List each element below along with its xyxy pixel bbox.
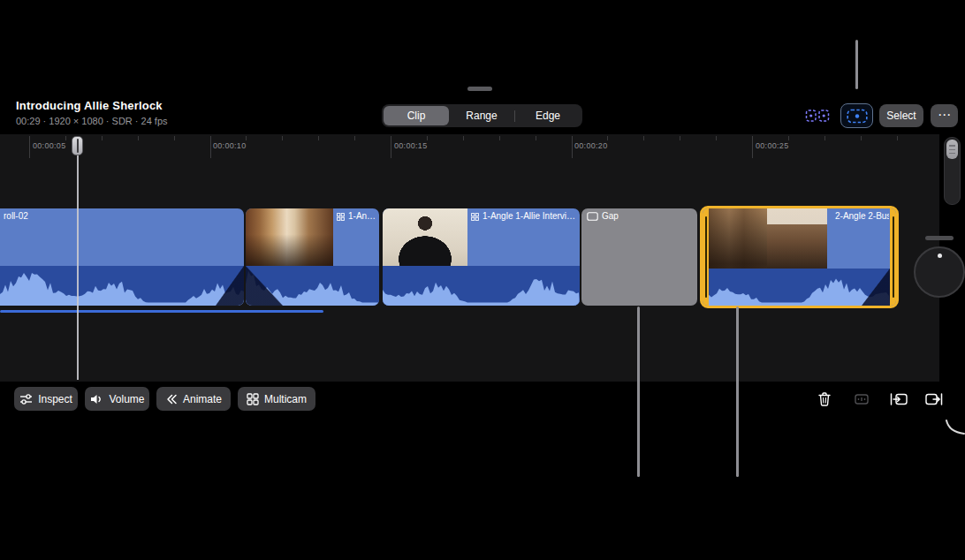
clip-content: 2-Angle 2-Busking… xyxy=(709,208,890,306)
animate-button[interactable]: Animate xyxy=(156,387,231,411)
segment-range[interactable]: Range xyxy=(449,106,514,125)
blade-icon xyxy=(853,390,870,408)
fade-in-wedge xyxy=(246,266,283,306)
inspect-button[interactable]: Inspect xyxy=(14,387,78,411)
delete-button[interactable] xyxy=(814,389,835,410)
extract-button[interactable] xyxy=(923,389,945,410)
insert-icon xyxy=(889,390,908,408)
scroll-indicator xyxy=(0,310,323,313)
fade-out-wedge xyxy=(862,269,890,306)
trash-icon xyxy=(816,390,833,408)
jog-wheel[interactable] xyxy=(914,246,965,298)
clip-label: 1-Angle 1-Allie Intervi… xyxy=(471,211,578,222)
callout-line-gap-clip xyxy=(637,306,640,477)
gap-clip[interactable]: Gap xyxy=(581,208,697,306)
clip-multicam-busking[interactable]: 2-Angle 2-Busking… xyxy=(700,206,899,308)
ruler-label: 00:00:15 xyxy=(394,141,427,150)
ruler-label: 00:00:20 xyxy=(574,141,607,150)
timeline-ruler[interactable]: 00:00:05 00:00:10 00:00:15 00:00:20 00:0… xyxy=(0,134,939,161)
waveform-area xyxy=(383,266,580,306)
more-button[interactable]: ⋯ xyxy=(931,104,958,127)
select-button[interactable]: Select xyxy=(879,104,923,127)
callout-line-jog-toggle xyxy=(855,40,858,89)
clip-label: 2-Angle 2-Busking… xyxy=(832,211,889,222)
button-label: Multicam xyxy=(264,393,307,405)
playhead[interactable] xyxy=(77,138,79,380)
waveform xyxy=(383,266,580,306)
button-label: Animate xyxy=(183,393,222,405)
zoom-slider[interactable] xyxy=(944,137,961,205)
ruler-label: 00:00:10 xyxy=(213,141,246,150)
gap-icon xyxy=(587,212,598,221)
volume-button[interactable]: Volume xyxy=(85,387,149,411)
clip-multicam-interview[interactable]: 1-Angle 1-Allie Intervi… xyxy=(383,208,580,306)
clip-broll[interactable]: roll-02 xyxy=(0,208,244,306)
zoom-slider-thumb[interactable] xyxy=(946,140,958,159)
video-thumbnail xyxy=(246,208,333,266)
button-label: Inspect xyxy=(38,393,72,405)
app: Introducing Allie Sherlock 00:29 · 1920 … xyxy=(0,0,965,560)
jog-wheel-toggle-icon xyxy=(847,109,868,124)
ruler-label: 00:00:25 xyxy=(756,141,788,150)
jog-wheel-dot xyxy=(938,254,942,258)
button-label: Volume xyxy=(109,393,144,405)
multicam-grid-icon xyxy=(337,213,345,221)
waveform-area xyxy=(709,269,890,306)
project-title: Introducing Allie Sherlock xyxy=(16,99,163,112)
jog-wheel-toggle-button[interactable] xyxy=(840,103,873,128)
panel-drag-handle[interactable] xyxy=(467,87,492,91)
video-thumbnail xyxy=(767,208,827,269)
volume-icon xyxy=(89,393,103,405)
clip-multicam-1[interactable]: 1-An… xyxy=(246,208,379,306)
callout-line-selected-clip xyxy=(736,306,739,477)
waveform-area xyxy=(246,266,379,306)
trim-handle-right[interactable] xyxy=(890,208,896,306)
mode-segmented-control: Clip Range Edge xyxy=(382,104,582,127)
clip-label: roll-02 xyxy=(4,211,240,222)
snapping-icon xyxy=(805,107,830,125)
waveform xyxy=(0,266,244,306)
video-thumbnail xyxy=(709,208,767,269)
snapping-button[interactable] xyxy=(804,106,831,125)
animate-icon xyxy=(165,394,178,405)
fade-out-wedge xyxy=(216,266,244,306)
video-thumbnail xyxy=(383,208,467,266)
ruler-label: 00:00:05 xyxy=(33,141,65,150)
jog-wheel-handle[interactable] xyxy=(925,236,954,240)
multicam-grid-icon xyxy=(471,213,479,221)
timeline[interactable]: 00:00:05 00:00:10 00:00:15 00:00:20 00:0… xyxy=(0,134,939,382)
multicam-button[interactable]: Multicam xyxy=(238,387,315,411)
extract-icon xyxy=(924,390,944,408)
playhead-handle[interactable] xyxy=(72,136,83,155)
blade-button[interactable] xyxy=(851,389,872,410)
inspect-icon xyxy=(19,393,33,405)
segment-edge[interactable]: Edge xyxy=(515,106,581,125)
clip-label: 1-An… xyxy=(337,211,377,222)
multicam-icon xyxy=(247,393,259,405)
segment-clip[interactable]: Clip xyxy=(384,106,449,125)
clip-label: Gap xyxy=(587,211,694,222)
trim-handle-left[interactable] xyxy=(703,208,709,306)
screen-corner-curve xyxy=(942,419,965,436)
insert-button[interactable] xyxy=(888,389,909,410)
project-info: 00:29 · 1920 × 1080 · SDR · 24 fps xyxy=(16,116,168,126)
waveform-area xyxy=(0,266,244,306)
